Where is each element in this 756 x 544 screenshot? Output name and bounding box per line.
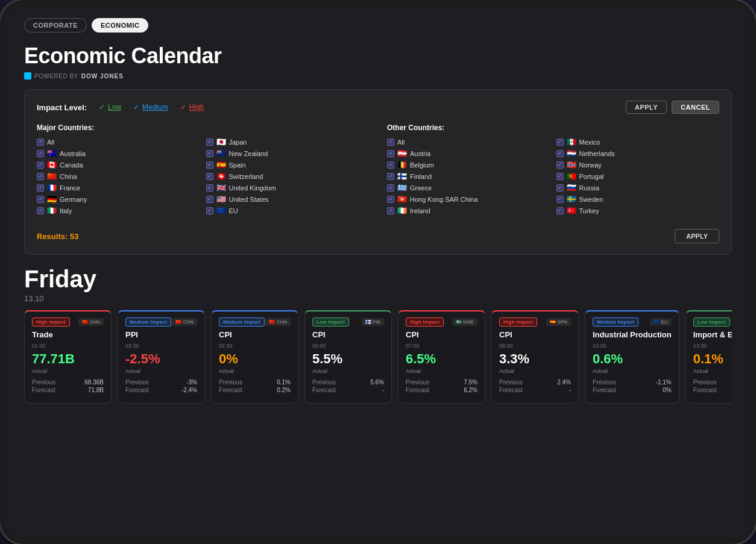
- country-spain[interactable]: 🇪🇸 Spain: [206, 161, 370, 169]
- checkbox-turkey: [556, 207, 564, 214]
- card-ppi-header: Medium Impact 🇨🇳 CHN: [125, 317, 197, 327]
- other-countries-grid: All 🇲🇽 Mexico 🇦🇹 Austria: [387, 138, 719, 214]
- apply-top-button[interactable]: APPLY: [626, 101, 667, 114]
- flag-australia: 🇦🇺: [47, 149, 57, 157]
- country-hk[interactable]: 🇭🇰 Hong Kong SAR China: [387, 195, 550, 203]
- card-cpi-chn-forecast: Forecast0.2%: [219, 387, 291, 393]
- checkbox-greece: [387, 184, 394, 192]
- country-portugal[interactable]: 🇵🇹 Portugal: [556, 172, 720, 180]
- country-belgium[interactable]: 🇧🇪 Belgium: [387, 161, 550, 169]
- country-italy[interactable]: 🇮🇹 Italy: [37, 207, 200, 214]
- impact-high-label: High: [189, 103, 204, 111]
- country-eu-label: EU: [229, 207, 238, 214]
- checkbox-spain: [206, 161, 213, 169]
- card-ip-prev: Previous-1.1%: [593, 379, 672, 386]
- card-cpi-swe-impact: High Impact: [406, 317, 444, 327]
- app-content: CORPORATE ECONOMIC Economic Calendar POW…: [6, 6, 750, 538]
- country-turkey[interactable]: 🇹🇷 Turkey: [556, 207, 720, 214]
- country-germany[interactable]: 🇩🇪 Germany: [37, 195, 200, 203]
- country-portugal-label: Portugal: [579, 173, 604, 180]
- card-import-export[interactable]: Low Impact 🇺🇸 US Import & Export Price I…: [685, 310, 732, 404]
- checkbox-austria: [387, 150, 394, 157]
- country-all-other[interactable]: All: [387, 138, 550, 146]
- card-cpi-spn-country: 🇪🇸 SPN: [546, 318, 571, 326]
- tab-economic[interactable]: ECONOMIC: [92, 18, 149, 33]
- flag-mexico: 🇲🇽: [567, 138, 576, 146]
- impact-option-low[interactable]: ✓ Low: [99, 103, 121, 111]
- card-cpi-fin-actual-label: Actual: [312, 368, 384, 374]
- card-cpi-chn[interactable]: Medium Impact 🇨🇳 CHN CPI 02:30 0% Actual…: [211, 310, 298, 404]
- card-cpi-spn-header: High Impact 🇪🇸 SPN: [499, 317, 571, 327]
- country-switzerland[interactable]: 🇨🇭 Switzerland: [206, 172, 370, 180]
- country-japan[interactable]: 🇯🇵 Japan: [206, 138, 370, 146]
- country-uk[interactable]: 🇬🇧 United Kingdom: [206, 184, 370, 192]
- card-cpi-spn[interactable]: High Impact 🇪🇸 SPN CPI 08:00 3.3% Actual…: [491, 310, 579, 404]
- impact-options: ✓ Low ✓ Medium ✓ High: [99, 103, 204, 111]
- card-cpi-chn-title: CPI: [219, 330, 291, 340]
- card-trade[interactable]: High Impact 🇨🇳 CHN Trade 01:00 77.71B Ac…: [24, 310, 112, 404]
- card-cpi-chn-actual: 0%: [219, 351, 291, 367]
- country-australia-label: Australia: [60, 150, 86, 157]
- country-greece[interactable]: 🇬🇷 Greece: [387, 184, 550, 192]
- card-cpi-swe-time: 07:00: [406, 343, 477, 349]
- card-cpi-spn-title: CPI: [499, 330, 571, 340]
- cancel-button[interactable]: CANCEL: [672, 101, 719, 114]
- results-text: Results: 53: [37, 232, 78, 241]
- flag-finland: 🇫🇮: [397, 172, 407, 180]
- country-all-major[interactable]: All: [37, 138, 200, 146]
- powered-by-brand: DOW JONES: [81, 73, 124, 80]
- card-cpi-chn-time: 02:30: [219, 343, 291, 349]
- card-cpi-swe-forecast: Forecast6.2%: [406, 387, 477, 393]
- country-netherlands[interactable]: 🇳🇱 Netherlands: [556, 149, 720, 157]
- flag-new-zealand: 🇳🇿: [216, 149, 226, 157]
- checkbox-belgium: [387, 161, 394, 169]
- impact-option-medium[interactable]: ✓ Medium: [133, 103, 168, 111]
- apply-bottom-button[interactable]: APPLY: [675, 229, 719, 243]
- card-trade-impact: High Impact: [32, 317, 70, 327]
- card-ie-time: 13:30: [693, 343, 732, 349]
- flag-hk: 🇭🇰: [397, 195, 407, 203]
- card-cpi-swe[interactable]: High Impact 🇸🇪 SWE CPI 07:00 6.5% Actual…: [398, 310, 485, 404]
- card-ip-actual: 0.6%: [593, 351, 672, 367]
- flag-norway: 🇳🇴: [567, 161, 576, 169]
- country-sweden[interactable]: 🇸🇪 Sweden: [556, 195, 720, 203]
- card-cpi-fin[interactable]: Low Impact 🇫🇮 FIN CPI 06:00 5.5% Actual …: [304, 310, 392, 404]
- card-ie-title: Import & Export Price Indexes: [693, 330, 732, 340]
- impact-option-high[interactable]: ✓ High: [180, 103, 204, 111]
- major-countries-title: Major Countries:: [37, 123, 369, 132]
- country-france[interactable]: 🇫🇷 France: [37, 184, 200, 192]
- checkbox-uk: [206, 184, 213, 192]
- card-cpi-spn-actual-label: Actual: [499, 368, 571, 374]
- country-eu[interactable]: 🇪🇺 EU: [206, 207, 370, 214]
- country-mexico[interactable]: 🇲🇽 Mexico: [556, 138, 720, 146]
- country-new-zealand[interactable]: 🇳🇿 New Zealand: [206, 149, 370, 157]
- other-countries-title: Other Countries:: [387, 123, 719, 132]
- card-ppi[interactable]: Medium Impact 🇨🇳 CHN PPI 02:30 -2.5% Act…: [118, 310, 205, 404]
- country-russia[interactable]: 🇷🇺 Russia: [556, 184, 720, 192]
- checkbox-norway: [556, 161, 564, 169]
- card-industrial-production[interactable]: Medium Impact 🇪🇺 EU Industrial Productio…: [585, 310, 679, 404]
- country-all-other-label: All: [397, 139, 405, 146]
- checkbox-hk: [387, 196, 394, 203]
- country-austria[interactable]: 🇦🇹 Austria: [387, 149, 550, 157]
- card-cpi-chn-header: Medium Impact 🇨🇳 CHN: [219, 317, 291, 327]
- tab-corporate[interactable]: CORPORATE: [24, 18, 87, 33]
- country-mexico-label: Mexico: [579, 139, 600, 146]
- country-finland[interactable]: 🇫🇮 Finland: [387, 172, 550, 180]
- card-trade-country: 🇨🇳 CHN: [78, 318, 104, 326]
- country-us[interactable]: 🇺🇸 United States: [206, 195, 370, 203]
- country-sweden-label: Sweden: [579, 196, 603, 203]
- country-australia[interactable]: 🇦🇺 Australia: [37, 149, 200, 157]
- country-norway[interactable]: 🇳🇴 Norway: [556, 161, 720, 169]
- flag-belgium: 🇧🇪: [397, 161, 407, 169]
- flag-netherlands: 🇳🇱: [567, 149, 576, 157]
- country-china[interactable]: 🇨🇳 China: [37, 172, 200, 180]
- card-ip-impact: Medium Impact: [593, 317, 638, 327]
- flag-japan: 🇯🇵: [216, 138, 226, 146]
- card-trade-time: 01:00: [32, 343, 104, 349]
- country-canada[interactable]: 🇨🇦 Canada: [37, 161, 200, 169]
- top-tabs: CORPORATE ECONOMIC: [24, 18, 732, 33]
- country-ireland[interactable]: 🇮🇪 Ireland: [387, 207, 550, 214]
- checkbox-sweden: [556, 196, 564, 203]
- checkbox-australia: [37, 150, 44, 157]
